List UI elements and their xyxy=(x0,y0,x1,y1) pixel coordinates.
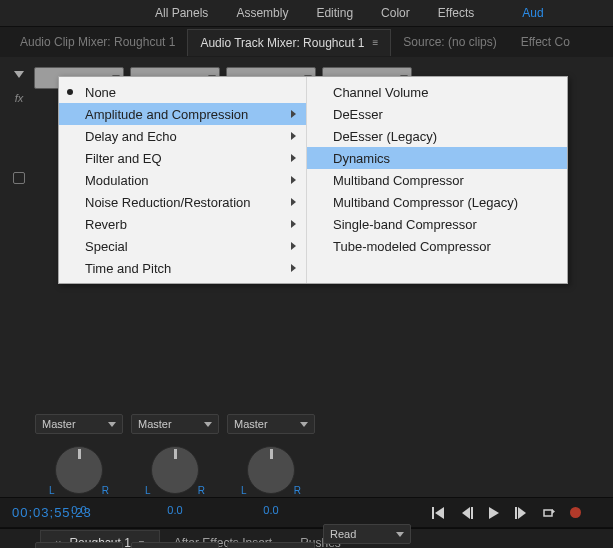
menu-item-label: Filter and EQ xyxy=(85,151,162,166)
side-icon-column: fx xyxy=(8,67,30,184)
menu-item-label: Dynamics xyxy=(333,151,390,166)
menu-item-label: DeEsser (Legacy) xyxy=(333,129,437,144)
menu-item-label: Multiband Compressor xyxy=(333,173,464,188)
pan-knob[interactable]: L R xyxy=(145,442,205,502)
menu-item-channel-volume[interactable]: Channel Volume xyxy=(307,81,567,103)
channel-3: Master L R 0.0 Read M S R xyxy=(226,414,316,548)
menu-item-time-pitch[interactable]: Time and Pitch xyxy=(59,257,306,279)
pan-value[interactable]: 0.0 xyxy=(263,504,278,516)
channel-2: Master L R 0.0 Read M S R xyxy=(130,414,220,548)
fx-context-menu: None Amplitude and Compression Delay and… xyxy=(58,76,568,284)
tab-source[interactable]: Source: (no clips) xyxy=(391,29,508,55)
menu-item-amplitude-compression[interactable]: Amplitude and Compression xyxy=(59,103,306,125)
menu-item-delay-echo[interactable]: Delay and Echo xyxy=(59,125,306,147)
menu-item-label: Reverb xyxy=(85,217,127,232)
workspace-tab-assembly[interactable]: Assembly xyxy=(236,6,288,20)
automation-mode-dropdown[interactable]: Read xyxy=(35,542,123,548)
tab-audio-track-mixer[interactable]: Audio Track Mixer: Roughcut 1 ≡ xyxy=(187,29,391,56)
menu-item-modulation[interactable]: Modulation xyxy=(59,169,306,191)
tab-label: Audio Track Mixer: Roughcut 1 xyxy=(200,36,364,50)
menu-item-label: Time and Pitch xyxy=(85,261,171,276)
menu-item-label: Special xyxy=(85,239,128,254)
menu-item-label: Noise Reduction/Restoration xyxy=(85,195,250,210)
workspace-tab-effects[interactable]: Effects xyxy=(438,6,474,20)
menu-item-label: DeEsser xyxy=(333,107,383,122)
menu-item-label: Multiband Compressor (Legacy) xyxy=(333,195,518,210)
workspace-tab-bar: All Panels Assembly Editing Color Effect… xyxy=(0,0,613,26)
output-routing-dropdown[interactable]: Master xyxy=(227,414,315,434)
menu-item-multiband-legacy[interactable]: Multiband Compressor (Legacy) xyxy=(307,191,567,213)
pan-value[interactable]: 0.0 xyxy=(167,504,182,516)
menu-item-label: Channel Volume xyxy=(333,85,428,100)
menu-item-reverb[interactable]: Reverb xyxy=(59,213,306,235)
menu-item-dynamics[interactable]: Dynamics xyxy=(307,147,567,169)
channel-4: Read xyxy=(322,414,412,548)
output-routing-dropdown[interactable]: Master xyxy=(131,414,219,434)
fx-category-list: None Amplitude and Compression Delay and… xyxy=(59,77,307,283)
panel-menu-icon[interactable]: ≡ xyxy=(373,37,379,48)
dropdown-value: Read xyxy=(330,528,356,540)
menu-item-label: Modulation xyxy=(85,173,149,188)
pan-left-label: L xyxy=(145,485,151,496)
workspace-tab-audio[interactable]: Aud xyxy=(502,6,543,20)
pan-knob[interactable]: L R xyxy=(49,442,109,502)
channel-strips: Master L R 0.0 Read M S R xyxy=(34,414,605,548)
menu-item-tube[interactable]: Tube-modeled Compressor xyxy=(307,235,567,257)
menu-item-multiband[interactable]: Multiband Compressor xyxy=(307,169,567,191)
dropdown-value: Master xyxy=(138,418,172,430)
menu-item-deesser[interactable]: DeEsser xyxy=(307,103,567,125)
fx-effect-list: Channel Volume DeEsser DeEsser (Legacy) … xyxy=(307,77,567,283)
pan-right-label: R xyxy=(198,485,205,496)
menu-item-noise-reduction[interactable]: Noise Reduction/Restoration xyxy=(59,191,306,213)
menu-item-special[interactable]: Special xyxy=(59,235,306,257)
menu-item-singleband[interactable]: Single-band Compressor xyxy=(307,213,567,235)
menu-item-none[interactable]: None xyxy=(59,81,306,103)
menu-item-label: Tube-modeled Compressor xyxy=(333,239,491,254)
tab-label: Source: (no clips) xyxy=(403,35,496,49)
tab-effect-controls[interactable]: Effect Co xyxy=(509,29,582,55)
menu-item-label: Amplitude and Compression xyxy=(85,107,248,122)
dropdown-value: Master xyxy=(42,418,76,430)
automation-mode-dropdown[interactable]: Read xyxy=(323,524,411,544)
pan-knob[interactable]: L R xyxy=(241,442,301,502)
pan-right-label: R xyxy=(102,485,109,496)
panel-tab-bar: Audio Clip Mixer: Roughcut 1 Audio Track… xyxy=(0,27,613,57)
pan-left-label: L xyxy=(241,485,247,496)
automation-mode-dropdown[interactable]: Read xyxy=(131,542,219,548)
menu-item-label: Delay and Echo xyxy=(85,129,177,144)
pan-right-label: R xyxy=(294,485,301,496)
checkmark-dot-icon xyxy=(67,89,73,95)
workspace-tab-color[interactable]: Color xyxy=(381,6,410,20)
workspace-tab-editing[interactable]: Editing xyxy=(316,6,353,20)
menu-item-label: Single-band Compressor xyxy=(333,217,477,232)
automation-mode-dropdown[interactable]: Read xyxy=(227,542,315,548)
workspace-tab-all-panels[interactable]: All Panels xyxy=(155,6,208,20)
sends-icon[interactable] xyxy=(13,172,25,184)
menu-item-filter-eq[interactable]: Filter and EQ xyxy=(59,147,306,169)
panel-area: Audio Clip Mixer: Roughcut 1 Audio Track… xyxy=(0,26,613,528)
dropdown-value: Master xyxy=(234,418,268,430)
tab-audio-clip-mixer[interactable]: Audio Clip Mixer: Roughcut 1 xyxy=(8,29,187,55)
menu-item-deesser-legacy[interactable]: DeEsser (Legacy) xyxy=(307,125,567,147)
output-routing-dropdown[interactable]: Master xyxy=(35,414,123,434)
pan-value[interactable]: 0.0 xyxy=(71,504,86,516)
disclosure-triangle-icon[interactable] xyxy=(14,71,24,78)
tab-label: Audio Clip Mixer: Roughcut 1 xyxy=(20,35,175,49)
channel-1: Master L R 0.0 Read M S R xyxy=(34,414,124,548)
tab-label: Effect Co xyxy=(521,35,570,49)
pan-left-label: L xyxy=(49,485,55,496)
mixer-body: fx None Amplitude and Compression xyxy=(0,57,613,497)
fx-icon[interactable]: fx xyxy=(15,92,24,104)
menu-item-label: None xyxy=(85,85,116,100)
